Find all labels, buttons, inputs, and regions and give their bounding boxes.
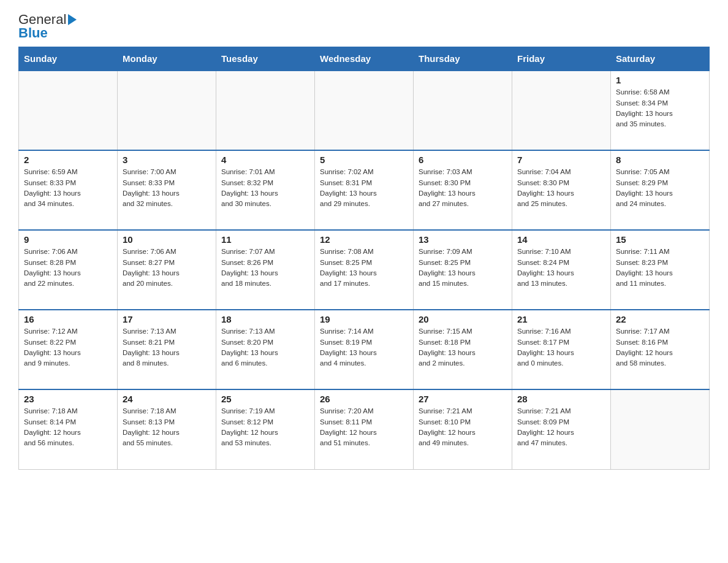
day-number: 14	[517, 234, 605, 245]
day-info: Sunrise: 7:04 AM Sunset: 8:30 PM Dayligh…	[517, 167, 605, 209]
calendar-cell: 13Sunrise: 7:09 AM Sunset: 8:25 PM Dayli…	[414, 230, 512, 310]
day-info: Sunrise: 6:59 AM Sunset: 8:33 PM Dayligh…	[24, 167, 112, 209]
day-info: Sunrise: 7:16 AM Sunset: 8:17 PM Dayligh…	[517, 326, 605, 369]
weekday-header-row: SundayMondayTuesdayWednesdayThursdayFrid…	[19, 47, 710, 71]
day-number: 23	[24, 394, 112, 404]
day-info: Sunrise: 7:06 AM Sunset: 8:28 PM Dayligh…	[24, 247, 112, 289]
calendar-cell: 7Sunrise: 7:04 AM Sunset: 8:30 PM Daylig…	[512, 150, 611, 230]
day-info: Sunrise: 6:58 AM Sunset: 8:34 PM Dayligh…	[616, 87, 704, 129]
calendar-cell: 28Sunrise: 7:21 AM Sunset: 8:09 PM Dayli…	[512, 389, 611, 469]
day-number: 8	[616, 155, 704, 165]
day-info: Sunrise: 7:18 AM Sunset: 8:14 PM Dayligh…	[24, 406, 112, 448]
day-info: Sunrise: 7:06 AM Sunset: 8:27 PM Dayligh…	[123, 247, 211, 289]
day-number: 3	[123, 155, 211, 165]
calendar-cell: 24Sunrise: 7:18 AM Sunset: 8:13 PM Dayli…	[118, 389, 216, 469]
calendar-cell: 27Sunrise: 7:21 AM Sunset: 8:10 PM Dayli…	[414, 389, 512, 469]
day-number: 24	[123, 394, 211, 404]
day-number: 15	[616, 234, 704, 245]
weekday-header-monday: Monday	[118, 47, 216, 71]
day-info: Sunrise: 7:11 AM Sunset: 8:23 PM Dayligh…	[616, 247, 704, 289]
page-header: General Blue	[18, 12, 710, 40]
calendar-week-row: 1Sunrise: 6:58 AM Sunset: 8:34 PM Daylig…	[19, 71, 710, 150]
day-info: Sunrise: 7:07 AM Sunset: 8:26 PM Dayligh…	[221, 247, 309, 289]
calendar-cell	[216, 71, 315, 150]
day-info: Sunrise: 7:15 AM Sunset: 8:18 PM Dayligh…	[419, 326, 507, 369]
calendar-cell: 22Sunrise: 7:17 AM Sunset: 8:16 PM Dayli…	[611, 310, 710, 389]
calendar-cell	[315, 71, 414, 150]
day-number: 17	[123, 314, 211, 324]
calendar-cell: 3Sunrise: 7:00 AM Sunset: 8:33 PM Daylig…	[118, 150, 216, 230]
day-info: Sunrise: 7:21 AM Sunset: 8:10 PM Dayligh…	[419, 406, 507, 448]
day-info: Sunrise: 7:21 AM Sunset: 8:09 PM Dayligh…	[517, 406, 605, 448]
calendar-cell: 26Sunrise: 7:20 AM Sunset: 8:11 PM Dayli…	[315, 389, 414, 469]
calendar-cell: 18Sunrise: 7:13 AM Sunset: 8:20 PM Dayli…	[216, 310, 315, 389]
calendar-cell: 15Sunrise: 7:11 AM Sunset: 8:23 PM Dayli…	[611, 230, 710, 310]
calendar-table: SundayMondayTuesdayWednesdayThursdayFrid…	[18, 47, 710, 470]
day-info: Sunrise: 7:08 AM Sunset: 8:25 PM Dayligh…	[320, 247, 408, 289]
logo: General Blue	[18, 12, 77, 40]
calendar-week-row: 23Sunrise: 7:18 AM Sunset: 8:14 PM Dayli…	[19, 389, 710, 469]
day-number: 10	[123, 234, 211, 245]
day-number: 26	[320, 394, 408, 404]
day-info: Sunrise: 7:20 AM Sunset: 8:11 PM Dayligh…	[320, 406, 408, 448]
day-info: Sunrise: 7:03 AM Sunset: 8:30 PM Dayligh…	[419, 167, 507, 209]
calendar-cell: 8Sunrise: 7:05 AM Sunset: 8:29 PM Daylig…	[611, 150, 710, 230]
calendar-cell: 10Sunrise: 7:06 AM Sunset: 8:27 PM Dayli…	[118, 230, 216, 310]
calendar-cell: 6Sunrise: 7:03 AM Sunset: 8:30 PM Daylig…	[414, 150, 512, 230]
day-number: 1	[616, 75, 704, 85]
calendar-week-row: 9Sunrise: 7:06 AM Sunset: 8:28 PM Daylig…	[19, 230, 710, 310]
calendar-cell: 11Sunrise: 7:07 AM Sunset: 8:26 PM Dayli…	[216, 230, 315, 310]
calendar-cell: 19Sunrise: 7:14 AM Sunset: 8:19 PM Dayli…	[315, 310, 414, 389]
weekday-header-thursday: Thursday	[414, 47, 512, 71]
calendar-cell: 20Sunrise: 7:15 AM Sunset: 8:18 PM Dayli…	[414, 310, 512, 389]
calendar-cell: 2Sunrise: 6:59 AM Sunset: 8:33 PM Daylig…	[19, 150, 118, 230]
weekday-header-sunday: Sunday	[19, 47, 118, 71]
calendar-cell: 1Sunrise: 6:58 AM Sunset: 8:34 PM Daylig…	[611, 71, 710, 150]
day-info: Sunrise: 7:05 AM Sunset: 8:29 PM Dayligh…	[616, 167, 704, 209]
day-info: Sunrise: 7:12 AM Sunset: 8:22 PM Dayligh…	[24, 326, 112, 369]
calendar-cell: 16Sunrise: 7:12 AM Sunset: 8:22 PM Dayli…	[19, 310, 118, 389]
calendar-cell: 21Sunrise: 7:16 AM Sunset: 8:17 PM Dayli…	[512, 310, 611, 389]
weekday-header-tuesday: Tuesday	[216, 47, 315, 71]
weekday-header-friday: Friday	[512, 47, 611, 71]
calendar-cell: 5Sunrise: 7:02 AM Sunset: 8:31 PM Daylig…	[315, 150, 414, 230]
weekday-header-wednesday: Wednesday	[315, 47, 414, 71]
day-number: 25	[221, 394, 309, 404]
calendar-cell: 25Sunrise: 7:19 AM Sunset: 8:12 PM Dayli…	[216, 389, 315, 469]
calendar-cell: 9Sunrise: 7:06 AM Sunset: 8:28 PM Daylig…	[19, 230, 118, 310]
day-number: 13	[419, 234, 507, 245]
day-number: 4	[221, 155, 309, 165]
calendar-cell: 14Sunrise: 7:10 AM Sunset: 8:24 PM Dayli…	[512, 230, 611, 310]
day-number: 28	[517, 394, 605, 404]
calendar-week-row: 2Sunrise: 6:59 AM Sunset: 8:33 PM Daylig…	[19, 150, 710, 230]
day-number: 6	[419, 155, 507, 165]
calendar-cell: 23Sunrise: 7:18 AM Sunset: 8:14 PM Dayli…	[19, 389, 118, 469]
day-number: 16	[24, 314, 112, 324]
day-number: 22	[616, 314, 704, 324]
calendar-cell	[512, 71, 611, 150]
logo-blue: Blue	[18, 26, 77, 40]
day-info: Sunrise: 7:13 AM Sunset: 8:21 PM Dayligh…	[123, 326, 211, 369]
day-number: 9	[24, 234, 112, 245]
day-number: 7	[517, 155, 605, 165]
calendar-cell	[414, 71, 512, 150]
day-number: 20	[419, 314, 507, 324]
day-number: 18	[221, 314, 309, 324]
day-info: Sunrise: 7:14 AM Sunset: 8:19 PM Dayligh…	[320, 326, 408, 369]
day-number: 19	[320, 314, 408, 324]
day-info: Sunrise: 7:09 AM Sunset: 8:25 PM Dayligh…	[419, 247, 507, 289]
day-number: 27	[419, 394, 507, 404]
day-number: 5	[320, 155, 408, 165]
calendar-cell	[118, 71, 216, 150]
day-number: 21	[517, 314, 605, 324]
calendar-cell	[19, 71, 118, 150]
calendar-cell: 4Sunrise: 7:01 AM Sunset: 8:32 PM Daylig…	[216, 150, 315, 230]
day-number: 11	[221, 234, 309, 245]
day-number: 2	[24, 155, 112, 165]
calendar-cell: 12Sunrise: 7:08 AM Sunset: 8:25 PM Dayli…	[315, 230, 414, 310]
calendar-week-row: 16Sunrise: 7:12 AM Sunset: 8:22 PM Dayli…	[19, 310, 710, 389]
day-info: Sunrise: 7:02 AM Sunset: 8:31 PM Dayligh…	[320, 167, 408, 209]
calendar-cell: 17Sunrise: 7:13 AM Sunset: 8:21 PM Dayli…	[118, 310, 216, 389]
day-info: Sunrise: 7:10 AM Sunset: 8:24 PM Dayligh…	[517, 247, 605, 289]
weekday-header-saturday: Saturday	[611, 47, 710, 71]
